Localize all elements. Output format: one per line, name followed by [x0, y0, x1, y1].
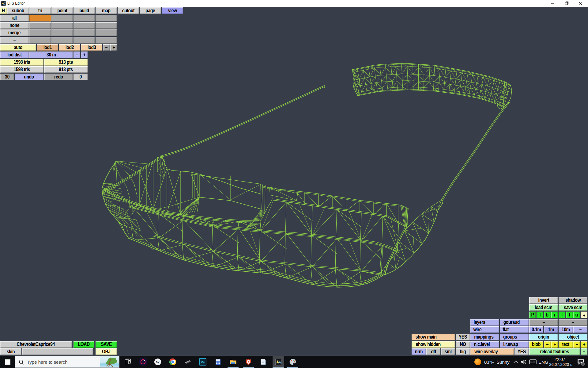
svg-text:1: 1	[582, 362, 584, 366]
svg-text:W: W	[156, 360, 160, 364]
svg-text:Ps: Ps	[201, 360, 205, 364]
